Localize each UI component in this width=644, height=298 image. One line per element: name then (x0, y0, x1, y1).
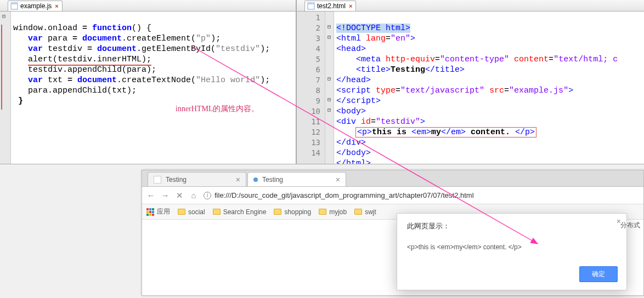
browser-tab-1[interactable]: Testing × (148, 172, 246, 186)
apps-label: 应用 (157, 207, 170, 216)
browser-tab-2[interactable]: Testing × (247, 172, 346, 186)
folder-icon (213, 209, 221, 215)
svg-rect-1 (11, 3, 18, 4)
svg-rect-3 (308, 3, 314, 4)
address-bar[interactable]: i file:///D:/sourc_code_git/javascript_d… (204, 191, 639, 199)
js-file-icon (10, 2, 18, 10)
alert-message: <p>this is <em>my</em> content. </p> (407, 243, 618, 251)
folder-icon (354, 209, 362, 215)
close-icon[interactable]: × (349, 3, 352, 9)
forward-icon[interactable]: → (161, 191, 170, 200)
fold-minus-icon[interactable]: ⊟ (2, 13, 5, 19)
html-file-icon (307, 2, 315, 10)
folder-icon (178, 209, 185, 215)
left-gutter: ⊟ (0, 12, 11, 164)
left-editor-pane: example.js × ⊟ window.onload = function(… (0, 0, 297, 164)
fold-minus-icon[interactable]: ⊟ (327, 34, 331, 40)
bookmark-folder[interactable]: shopping (274, 208, 311, 216)
stop-icon[interactable]: ✕ (175, 191, 184, 200)
right-editor-pane: test2.html × 1234567891011121314 ⊟ ⊟ ⊟ ⊟… (297, 0, 644, 164)
info-icon[interactable]: i (204, 192, 211, 199)
fold-minus-icon[interactable]: ⊟ (327, 24, 331, 30)
tab-test2-html[interactable]: test2.html × (304, 1, 356, 11)
bookmark-folder[interactable]: social (178, 208, 205, 216)
left-tabbar: example.js × (0, 0, 296, 12)
js-alert-dialog: × 此网页显示： <p>this is <em>my</em> content.… (397, 213, 627, 290)
alert-heading: 此网页显示： (407, 221, 618, 231)
bookmark-folder[interactable]: myjob (319, 208, 347, 216)
alert-ok-button[interactable]: 确定 (579, 266, 618, 282)
line-number-gutter: 1234567891011121314 (297, 12, 325, 164)
apps-button[interactable]: 应用 (146, 207, 170, 216)
right-code-area[interactable]: <!DOCTYPE html> <html lang="en"> <head> … (334, 12, 644, 164)
fold-minus-icon[interactable]: ⊟ (327, 107, 331, 113)
close-icon[interactable]: × (336, 175, 340, 184)
bookmark-folder[interactable]: Search Engine (213, 208, 267, 216)
browser-window: Testing × Testing × ← → ✕ ⌂ i file:///D:… (142, 170, 644, 296)
home-icon[interactable]: ⌂ (189, 191, 198, 200)
apps-icon (146, 208, 154, 216)
fold-minus-icon[interactable]: ⊟ (327, 96, 331, 102)
doctype-highlight: <!DOCTYPE html> (336, 24, 410, 33)
fold-minus-icon[interactable]: ⊟ (327, 76, 331, 82)
tab-label: test2.html (317, 2, 346, 10)
right-tabbar: test2.html × (297, 0, 644, 12)
back-icon[interactable]: ← (146, 191, 155, 200)
overflow-bookmark[interactable]: 分布式 (620, 221, 640, 230)
loading-dot-icon (253, 177, 258, 182)
fold-gutter: ⊟ ⊟ ⊟ ⊟ ⊟ (325, 12, 334, 164)
browser-tab-title: Testing (166, 176, 187, 184)
folder-icon (274, 209, 281, 215)
close-icon[interactable]: × (236, 175, 240, 184)
highlighted-p-line: <p>this is <em>my</em> content. </p> (356, 128, 536, 137)
tab-example-js[interactable]: example.js × (8, 1, 63, 11)
tab-label: example.js (20, 2, 52, 10)
browser-navbar: ← → ✕ ⌂ i file:///D:/sourc_code_git/java… (142, 187, 643, 204)
browser-tab-title: Testing (262, 176, 283, 184)
annotation-text: innerHTML的属性内容。 (176, 104, 259, 114)
page-icon (154, 176, 161, 184)
browser-tabstrip: Testing × Testing × (142, 170, 643, 187)
bookmark-folder[interactable]: swjt (354, 208, 376, 216)
left-code-area[interactable]: window.onload = function() { var para = … (11, 12, 296, 164)
fold-bracket (1, 25, 2, 110)
folder-icon (319, 209, 326, 215)
url-text: file:///D:/sourc_code_git/javascript_dom… (214, 191, 474, 199)
highlighted-alert-line: alert(testdiv.innerHTML); (28, 55, 151, 66)
close-icon[interactable]: × (55, 3, 58, 9)
